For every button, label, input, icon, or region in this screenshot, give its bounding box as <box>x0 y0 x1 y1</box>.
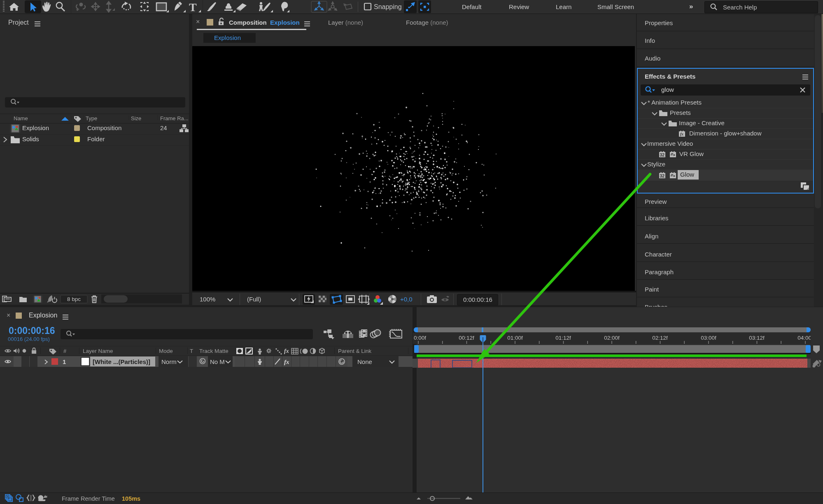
svg-text:04:00f: 04:00f <box>797 335 811 341</box>
svg-text:Mode: Mode <box>159 348 173 354</box>
svg-text:02:00f: 02:00f <box>604 335 620 341</box>
svg-text:fx: fx <box>284 348 289 354</box>
svg-text:None: None <box>357 358 372 365</box>
svg-text:Norm: Norm <box>161 358 177 365</box>
svg-text:fx: fx <box>680 132 683 136</box>
svg-text:#: # <box>63 348 67 354</box>
svg-text:T: T <box>189 1 197 14</box>
svg-text:T: T <box>190 348 193 354</box>
svg-text:00:12f: 00:12f <box>459 335 474 341</box>
svg-text:01:00f: 01:00f <box>507 335 523 341</box>
svg-text:No M: No M <box>210 358 225 365</box>
svg-text:01:12f: 01:12f <box>555 335 571 341</box>
svg-text:Parent & Link: Parent & Link <box>338 348 371 354</box>
svg-text:32: 32 <box>660 173 665 178</box>
svg-text:03:00f: 03:00f <box>701 335 716 341</box>
svg-text:+0,0: +0,0 <box>400 296 413 303</box>
svg-text:Layer Name: Layer Name <box>83 348 113 354</box>
svg-text:02:12f: 02:12f <box>652 335 668 341</box>
svg-text:8 bpc: 8 bpc <box>67 296 81 302</box>
svg-text:Track Matte: Track Matte <box>199 348 228 354</box>
svg-text:Snapping: Snapping <box>374 3 402 10</box>
svg-text:03:12f: 03:12f <box>749 335 765 341</box>
svg-text:0:00f: 0:00f <box>414 335 426 341</box>
svg-text:1: 1 <box>63 358 66 365</box>
svg-text:fx: fx <box>284 359 289 365</box>
svg-text:[White ...(Particles)]: [White ...(Particles)] <box>93 358 150 365</box>
svg-text:32: 32 <box>660 152 665 157</box>
